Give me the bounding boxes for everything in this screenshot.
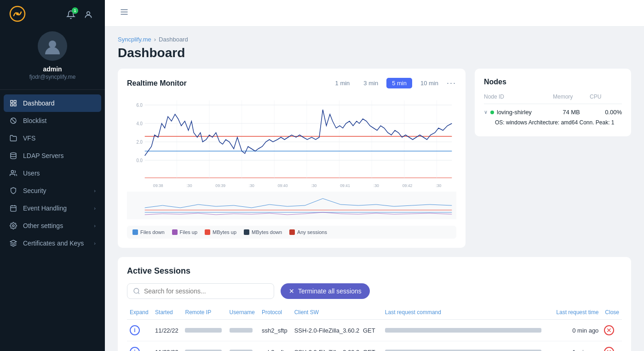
sidebar-item-vfs[interactable]: VFS — [0, 129, 105, 147]
sessions-table: Expand Started Remote IP Username Protoc… — [127, 305, 622, 351]
security-icon — [9, 187, 17, 195]
svg-point-53 — [134, 288, 139, 293]
sessions-header: Active Sessions — [127, 266, 622, 276]
row2-last-time: 1 min ago — [552, 341, 602, 351]
cards-row: Realtime Monitor 1 min 3 min 5 min 10 mi… — [118, 69, 631, 248]
profile-button[interactable] — [81, 7, 96, 22]
node-main-row: ∨ loving-shirley 74 MB 0.00% — [484, 109, 622, 116]
sidebar-label-certificates: Certificates and Keys — [23, 240, 88, 247]
chevron-right-icon2: › — [94, 205, 96, 211]
sidebar-label-users: Users — [23, 170, 96, 177]
node-arch-value: amd64 — [561, 119, 578, 126]
chevron-right-icon4: › — [94, 240, 96, 246]
sidebar-item-blocklist[interactable]: Blocklist — [0, 112, 105, 129]
sidebar-item-users[interactable]: Users — [0, 164, 105, 182]
time-btn-1min[interactable]: 1 min — [330, 78, 356, 88]
table-row: i 11/22/22 ssh2_sftp SSH-2.0-FileZilla_3… — [127, 320, 622, 341]
sessions-title: Active Sessions — [127, 266, 190, 276]
legend-label-any-sessions: Any sessions — [297, 229, 327, 235]
legend-dot-files-up — [172, 229, 178, 235]
svg-text::30: :30 — [311, 183, 316, 188]
sidebar-label-dashboard: Dashboard — [23, 99, 96, 107]
realtime-monitor-card: Realtime Monitor 1 min 3 min 5 min 10 mi… — [118, 69, 466, 248]
legend-dot-mbytes-down — [244, 229, 249, 235]
breadcrumb: Syncplify.me › Dashboard — [118, 36, 631, 43]
col-username: Username — [227, 305, 259, 320]
more-options-button[interactable]: ··· — [447, 78, 456, 88]
row1-close: ✕ — [601, 320, 622, 341]
row2-last-cmd — [382, 341, 552, 351]
row1-started: 11/22/22 — [152, 320, 182, 341]
sidebar-item-other-settings[interactable]: Other settings › — [0, 217, 105, 234]
row1-client-sw-text: SSH-2.0-FileZilla_3.60.2 — [294, 327, 360, 334]
row2-close: ✕ — [601, 341, 622, 351]
expand-icon-row1[interactable]: i — [130, 325, 140, 335]
svg-text:0.0: 0.0 — [136, 158, 143, 163]
sidebar-label-other-settings: Other settings — [23, 222, 88, 229]
breadcrumb-parent[interactable]: Syncplify.me — [118, 36, 151, 43]
row2-client-sw: SSH-2.0-FileZilla_3.60.2 GET — [292, 341, 382, 351]
legend-files-down: Files down — [132, 229, 165, 235]
notifications-button[interactable]: 1 — [63, 7, 78, 22]
sidebar-item-dashboard[interactable]: Dashboard — [4, 94, 101, 112]
svg-rect-6 — [11, 104, 13, 106]
svg-text::30: :30 — [436, 183, 441, 188]
sidebar-label-vfs: VFS — [23, 135, 96, 142]
svg-line-9 — [11, 118, 15, 123]
close-btn-row2[interactable]: ✕ — [604, 347, 614, 351]
sidebar-item-certificates[interactable]: Certificates and Keys › — [0, 234, 105, 252]
time-btn-5min[interactable]: 5 min — [386, 78, 412, 88]
legend-mbytes-down: MBytes down — [244, 229, 282, 235]
svg-text::30: :30 — [374, 183, 379, 188]
legend-files-up: Files up — [172, 229, 198, 235]
row2-command: GET — [363, 349, 375, 351]
legend-label-files-up: Files up — [180, 229, 198, 235]
sidebar-item-event-handling[interactable]: Event Handling › — [0, 199, 105, 217]
svg-rect-7 — [14, 104, 16, 106]
node-details: OS: windows Architecture: amd64 Conn. Pe… — [484, 118, 622, 127]
node-expand-chevron[interactable]: ∨ — [484, 109, 488, 115]
search-input[interactable] — [144, 287, 268, 295]
search-bar[interactable] — [127, 283, 274, 299]
row1-expand: i — [127, 320, 152, 341]
col-cpu: CPU — [590, 94, 622, 100]
col-memory: Memory — [553, 94, 590, 100]
sidebar-label-blocklist: Blocklist — [23, 117, 96, 124]
col-last-time: Last request time — [552, 305, 602, 320]
breadcrumb-separator: › — [154, 36, 156, 43]
node-os-label: OS: — [495, 119, 506, 126]
row2-expand: i — [127, 341, 152, 351]
legend-label-files-down: Files down — [140, 229, 165, 235]
time-btn-10min[interactable]: 10 min — [415, 78, 444, 88]
breadcrumb-current: Dashboard — [159, 36, 188, 43]
row1-username — [227, 320, 259, 341]
svg-text::30: :30 — [249, 183, 254, 188]
svg-text:4.0: 4.0 — [136, 121, 143, 126]
node-arch-label: Architecture: — [529, 119, 561, 126]
dashboard-icon — [9, 99, 17, 107]
svg-text:09:41: 09:41 — [340, 183, 350, 188]
legend-dot-mbytes-up — [205, 229, 210, 235]
chevron-right-icon3: › — [94, 223, 96, 228]
search-icon — [133, 287, 140, 295]
expand-icon-row2[interactable]: i — [130, 347, 140, 351]
col-close: Close — [601, 305, 622, 320]
users-icon — [9, 169, 17, 177]
notification-badge: 1 — [72, 7, 78, 14]
hamburger-menu[interactable] — [118, 6, 131, 21]
time-btn-3min[interactable]: 3 min — [358, 78, 384, 88]
col-client-sw: Client SW — [292, 305, 382, 320]
legend-dot-files-down — [132, 229, 138, 235]
node-conn-label: Conn. Peak: — [579, 119, 611, 126]
terminate-all-button[interactable]: ✕ Terminate all sessions — [281, 283, 370, 299]
monitor-header: Realtime Monitor 1 min 3 min 5 min 10 mi… — [127, 78, 456, 88]
svg-text:2.0: 2.0 — [136, 140, 143, 145]
svg-point-2 — [87, 12, 90, 15]
svg-rect-4 — [11, 100, 13, 103]
svg-text:6.0: 6.0 — [136, 103, 143, 108]
sidebar-item-security[interactable]: Security › — [0, 182, 105, 199]
close-btn-row1[interactable]: ✕ — [604, 325, 614, 335]
row1-client-sw: SSH-2.0-FileZilla_3.60.2 GET — [292, 320, 382, 341]
table-row: i 11/22/22 ssh2_sftp SSH-2.0-FileZilla_3… — [127, 341, 622, 351]
sidebar-item-ldap[interactable]: LDAP Servers — [0, 147, 105, 164]
